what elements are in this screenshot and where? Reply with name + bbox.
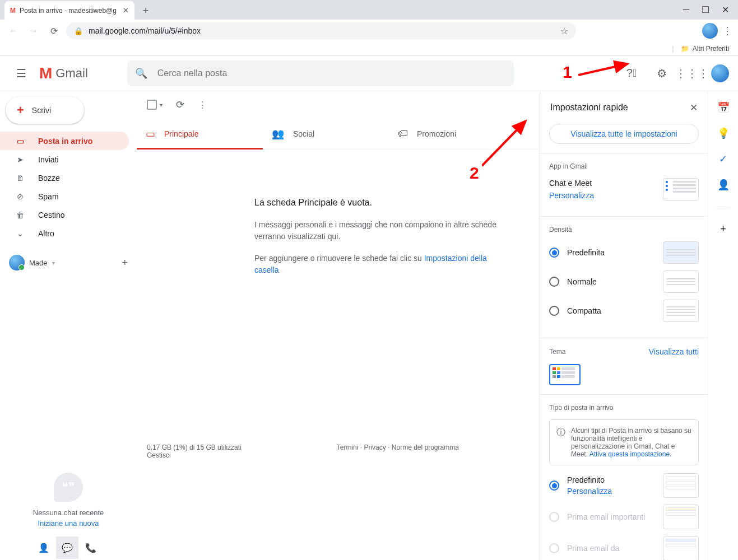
- customize-link[interactable]: Personalizza: [549, 191, 594, 200]
- sidebar-item-inbox[interactable]: ▭ Posta in arrivo: [0, 132, 129, 150]
- hangouts-username: Made: [29, 259, 48, 267]
- storage-text: 0,17 GB (1%) di 15 GB utilizzati: [147, 444, 242, 451]
- mail-toolbar: ▾ ⟳ ⋮: [137, 91, 540, 118]
- keep-icon[interactable]: 💡: [717, 127, 730, 139]
- select-all-checkbox[interactable]: ▾: [147, 100, 163, 110]
- sidebar: + Scrivi ▭ Posta in arrivo ➤ Inviati 🗎 B…: [0, 91, 137, 560]
- more-actions-icon[interactable]: ⋮: [198, 100, 207, 110]
- hangouts-avatar: [9, 255, 25, 270]
- section-theme: Tema Visualizza tutti: [540, 338, 708, 394]
- customize-link[interactable]: Personalizza: [567, 487, 612, 496]
- empty-text-2: Per aggiungere o rimuovere le schede fai…: [254, 253, 507, 276]
- checkbox-icon: [147, 100, 157, 110]
- compose-button[interactable]: + Scrivi: [6, 97, 84, 124]
- bookmarks-folder[interactable]: Altri Preferiti: [693, 45, 729, 53]
- view-all-themes-link[interactable]: Visualizza tutti: [649, 347, 699, 356]
- compose-label: Scrivi: [32, 106, 51, 115]
- manage-storage-link[interactable]: Gestisci: [147, 451, 171, 459]
- radio-icon: [549, 480, 559, 491]
- start-chat-link[interactable]: Iniziane una nuova: [0, 519, 137, 528]
- calendar-icon[interactable]: 📅: [717, 101, 730, 114]
- enable-setting-link[interactable]: Attiva questa impostazione.: [590, 450, 672, 458]
- panel-title: Impostazioni rapide: [550, 102, 628, 113]
- sidebar-item-spam[interactable]: ⊘ Spam: [0, 187, 129, 206]
- tab-primary[interactable]: ▭ Principale: [137, 118, 263, 150]
- tasks-icon[interactable]: ✓: [717, 153, 730, 165]
- section-title: Densità: [549, 226, 699, 234]
- apps-grid-icon[interactable]: ⋮⋮⋮: [681, 62, 703, 85]
- theme-option[interactable]: [549, 364, 581, 385]
- density-thumb-icon: [663, 300, 699, 322]
- folder-icon: 📁: [681, 45, 689, 53]
- minimize-icon[interactable]: ─: [683, 4, 689, 15]
- inbox-type-default[interactable]: Predefinito Personalizza: [549, 473, 699, 498]
- view-all-settings-button[interactable]: Visualizza tutte le impostazioni: [549, 124, 699, 144]
- content: ▾ ⟳ ⋮ ▭ Principale 👥 Social 🏷 Promozioni…: [137, 91, 540, 560]
- social-icon: 👥: [272, 128, 284, 140]
- maximize-icon[interactable]: ☐: [702, 4, 709, 15]
- hangouts-user[interactable]: Made ▾ +: [0, 250, 137, 275]
- sidebar-item-sent[interactable]: ➤ Inviati: [0, 150, 129, 169]
- plus-icon: +: [17, 103, 24, 118]
- density-normal[interactable]: Normale: [549, 270, 699, 293]
- star-icon[interactable]: ☆: [560, 26, 568, 36]
- inbox-icon: ▭: [15, 137, 26, 146]
- hangouts-icon[interactable]: 💬: [56, 536, 78, 559]
- tab-title: Posta in arrivo - madesitiweb@g: [20, 7, 117, 15]
- privacy-link[interactable]: Privacy: [364, 444, 386, 451]
- forward-button[interactable]: →: [26, 23, 41, 39]
- sidebar-item-more[interactable]: ⌄ Altro: [0, 224, 129, 242]
- back-button[interactable]: ←: [6, 23, 21, 39]
- refresh-icon[interactable]: ⟳: [176, 99, 184, 111]
- inbox-tab-icon: ▭: [146, 128, 155, 140]
- browser-tab[interactable]: M Posta in arrivo - madesitiweb@g ✕: [4, 1, 134, 20]
- inbox-type-important: Prima email importanti: [549, 505, 699, 529]
- extension-icon[interactable]: [702, 23, 718, 39]
- tab-label: Social: [293, 129, 314, 138]
- density-compact[interactable]: Compatta: [549, 300, 699, 322]
- tab-social[interactable]: 👥 Social: [263, 118, 389, 150]
- lock-icon: 🔒: [74, 27, 83, 35]
- close-panel-icon[interactable]: ✕: [690, 102, 698, 114]
- sidebar-item-trash[interactable]: 🗑 Cestino: [0, 206, 129, 224]
- program-link[interactable]: Norme del programma: [392, 444, 459, 451]
- chat-meet-label: Chat e Meet: [549, 179, 594, 188]
- section-title: Tipo di posta in arrivo: [549, 404, 699, 412]
- main-menu-button[interactable]: ☰: [9, 61, 34, 86]
- new-chat-icon[interactable]: +: [122, 257, 128, 269]
- sidebar-label: Bozze: [38, 174, 60, 183]
- category-tabs: ▭ Principale 👥 Social 🏷 Promozioni: [137, 118, 540, 150]
- new-tab-button[interactable]: +: [138, 3, 154, 18]
- support-icon[interactable]: ?⃝: [620, 62, 643, 85]
- nav-bar: ← → ⟳ 🔒 mail.google.com/mail/u/5/#inbox …: [0, 20, 738, 42]
- account-avatar[interactable]: [711, 64, 729, 82]
- address-bar[interactable]: 🔒 mail.google.com/mail/u/5/#inbox ☆: [66, 22, 576, 39]
- divider: [717, 207, 730, 207]
- gmail-logo[interactable]: M Gmail: [39, 64, 88, 82]
- radio-icon: [549, 512, 559, 522]
- inbox-thumb-icon: [663, 505, 699, 529]
- terms-link[interactable]: Termini: [337, 444, 359, 451]
- settings-gear-icon[interactable]: ⚙: [651, 62, 673, 85]
- search-bar[interactable]: 🔍: [127, 60, 514, 86]
- chat-empty-state: ❝❞ Nessuna chat recente Iniziane una nuo…: [0, 473, 137, 528]
- caret-icon: ▾: [52, 260, 55, 266]
- browser-menu-icon[interactable]: ⋮: [722, 25, 732, 37]
- sidebar-label: Spam: [38, 192, 59, 201]
- url-text: mail.google.com/mail/u/5/#inbox: [89, 26, 201, 35]
- density-default[interactable]: Predefinita: [549, 241, 699, 264]
- reload-button[interactable]: ⟳: [46, 23, 62, 39]
- tab-promotions[interactable]: 🏷 Promozioni: [389, 118, 515, 150]
- chat-footer: 👤 💬 📞: [33, 535, 102, 560]
- contacts-icon[interactable]: 👤: [33, 536, 55, 559]
- search-input[interactable]: [157, 68, 506, 78]
- add-app-icon[interactable]: +: [717, 223, 730, 235]
- section-title: App in Gmail: [549, 162, 699, 170]
- close-icon[interactable]: ✕: [123, 6, 129, 15]
- close-window-icon[interactable]: ✕: [722, 4, 729, 15]
- phone-icon[interactable]: 📞: [80, 536, 102, 559]
- sidebar-item-drafts[interactable]: 🗎 Bozze: [0, 169, 129, 187]
- sidebar-label: Posta in arrivo: [38, 137, 92, 146]
- contacts-icon[interactable]: 👤: [717, 179, 730, 191]
- empty-text: I messaggi personali e i messaggi che no…: [254, 219, 507, 242]
